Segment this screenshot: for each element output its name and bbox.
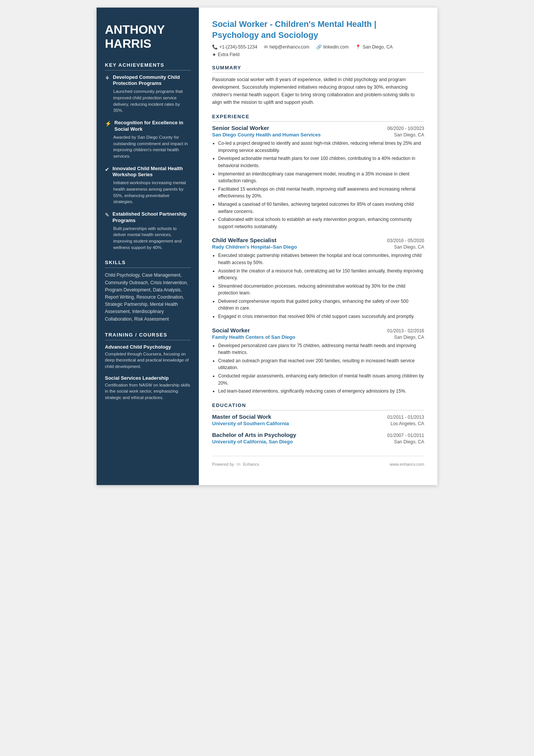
bullet: Conducted regular assessments, enhancing…	[218, 373, 424, 387]
achievement-icon-1: ⚘	[105, 75, 110, 81]
enhancv-logo-mark: ∞	[236, 461, 240, 468]
contact-row: 📞 +1-(234)-555-1234 ✉ help@enhancv.com 🔗…	[212, 44, 424, 50]
training-item-1: Advanced Child Psychology Completed thro…	[105, 344, 190, 370]
sidebar: ANTHONY HARRIS KEY ACHIEVEMENTS ⚘ Develo…	[97, 8, 199, 485]
exp-location-3: San Diego, CA	[394, 335, 424, 340]
edu-org-1: University of Southern California	[212, 421, 289, 426]
achievement-desc-1: Launched community programs that improve…	[105, 88, 190, 114]
bullet: Managed a caseload of 60 families, achie…	[218, 201, 424, 215]
bullet: Delivered comprehensive reports that gui…	[218, 298, 424, 312]
education-section-title: EDUCATION	[212, 402, 424, 410]
exp-bullets-2: Executed strategic partnership initiativ…	[212, 252, 424, 320]
bullet: Created an outreach program that reached…	[218, 357, 424, 371]
achievement-desc-4: Built partnerships with schools to deliv…	[105, 225, 190, 251]
training-desc-1: Completed through Coursera, focusing on …	[105, 351, 190, 370]
achievement-item: ⚘ Developed Community Child Protection P…	[105, 74, 190, 114]
achievements-list: ⚘ Developed Community Child Protection P…	[105, 74, 190, 251]
bullet: Developed actionable mental health plans…	[218, 155, 424, 169]
education-item-1: Master of Social Work 01/2011 - 01/2013 …	[212, 413, 424, 426]
achievement-item: ⚡ Recognition for Excellence in Social W…	[105, 120, 190, 159]
training-list: Advanced Child Psychology Completed thro…	[105, 344, 190, 401]
achievement-icon-2: ⚡	[105, 121, 111, 127]
exp-bullets-1: Co-led a project designed to identify an…	[212, 140, 424, 230]
bullet: Facilitated 15 workshops on child mental…	[218, 186, 424, 200]
training-desc-2: Certification from NASW on leadership sk…	[105, 382, 190, 401]
achievement-title-2: Recognition for Excellence in Social Wor…	[114, 120, 190, 133]
job-title: Social Worker - Children's Mental Health…	[212, 19, 424, 41]
exp-role-3: Social Worker	[212, 327, 250, 333]
brand-name: Enhancv	[243, 462, 259, 466]
achievement-icon-3: ✔	[105, 166, 109, 172]
experience-section-title: EXPERIENCE	[212, 114, 424, 122]
phone-icon: 📞	[212, 44, 218, 50]
extra-field-row: ★ Extra Field	[212, 52, 424, 57]
achievements-section-title: KEY ACHIEVEMENTS	[105, 62, 190, 70]
bullet: Led team-based interventions, significan…	[218, 388, 424, 395]
achievement-title-4: Established School Partnership Programs	[112, 211, 190, 224]
bullet: Executed strategic partnership initiativ…	[218, 252, 424, 266]
contact-email: ✉ help@enhancv.com	[264, 44, 309, 50]
edu-org-2: University of California, San Diego	[212, 439, 293, 445]
achievement-icon-4: ✎	[105, 212, 109, 218]
location-icon: 📍	[355, 44, 361, 50]
exp-dates-1: 06/2020 - 10/2023	[387, 126, 424, 131]
achievement-item: ✎ Established School Partnership Program…	[105, 211, 190, 250]
summary-section-title: SUMMARY	[212, 65, 424, 73]
summary-text: Passionate social worker with 8 years of…	[212, 76, 424, 106]
location-text: San Diego, CA	[362, 44, 392, 50]
edu-dates-1: 01/2011 - 01/2013	[387, 415, 424, 420]
exp-org-3: Family Health Centers of San Diego	[212, 334, 295, 340]
achievement-desc-2: Awarded by San Diego County for outstand…	[105, 134, 190, 160]
main-content: Social Worker - Children's Mental Health…	[199, 8, 437, 485]
contact-linkedin: 🔗 linkedin.com	[316, 44, 349, 50]
experience-item-1: Senior Social Worker 06/2020 - 10/2023 S…	[212, 125, 424, 230]
achievement-item: ✔ Innovated Child Mental Health Workshop…	[105, 166, 190, 205]
achievement-title-1: Developed Community Child Protection Pro…	[113, 74, 190, 87]
exp-location-2: San Diego, CA	[394, 244, 424, 250]
bullet: Streamlined documentation processes, red…	[218, 283, 424, 297]
edu-degree-1: Master of Social Work	[212, 413, 271, 420]
experience-item-3: Social Worker 01/2013 - 02/2016 Family H…	[212, 327, 424, 395]
achievement-desc-3: Initiated workshops increasing mental he…	[105, 180, 190, 205]
bullet: Collaborated with local schools to estab…	[218, 216, 424, 230]
email-icon: ✉	[264, 44, 268, 50]
candidate-name: ANTHONY HARRIS	[105, 23, 190, 51]
bullet: Implemented an interdisciplinary case ma…	[218, 171, 424, 185]
training-item-2: Social Services Leadership Certification…	[105, 375, 190, 401]
skills-section-title: SKILLS	[105, 260, 190, 268]
education-item-2: Bachelor of Arts in Psychology 01/2007 -…	[212, 432, 424, 445]
training-section-title: TRAINING / COURSES	[105, 332, 190, 340]
phone-text: +1-(234)-555-1234	[219, 44, 257, 50]
exp-location-1: San Diego, CA	[394, 132, 424, 138]
training-title-2: Social Services Leadership	[105, 375, 190, 381]
powered-by-text: Powered by	[212, 462, 234, 466]
exp-role-2: Child Welfare Specialist	[212, 237, 276, 243]
bullet: Assisted in the creation of a resource h…	[218, 268, 424, 282]
extra-field-text: Extra Field	[218, 52, 239, 57]
training-title-1: Advanced Child Psychology	[105, 344, 190, 350]
exp-org-2: Rady Children's Hospital–San Diego	[212, 244, 297, 250]
edu-dates-2: 01/2007 - 01/2011	[387, 433, 424, 438]
achievement-title-3: Innovated Child Mental Health Workshop S…	[112, 166, 190, 178]
experience-item-2: Child Welfare Specialist 03/2016 - 05/20…	[212, 237, 424, 320]
footer-website: www.enhancv.com	[390, 462, 424, 466]
skills-text: Child Psychology, Case Management, Commu…	[105, 272, 190, 322]
edu-location-1: Los Angeles, CA	[390, 421, 424, 426]
star-icon: ★	[212, 52, 216, 57]
contact-phone: 📞 +1-(234)-555-1234	[212, 44, 257, 50]
exp-org-1: San Diego County Health and Human Servic…	[212, 132, 321, 138]
bullet: Developed personalized care plans for 75…	[218, 342, 424, 356]
bullet: Co-led a project designed to identify an…	[218, 140, 424, 154]
resume-footer: Powered by ∞ Enhancv www.enhancv.com	[212, 456, 424, 468]
exp-role-1: Senior Social Worker	[212, 125, 269, 131]
linkedin-text: linkedin.com	[323, 44, 349, 50]
contact-location: 📍 San Diego, CA	[355, 44, 392, 50]
exp-bullets-3: Developed personalized care plans for 75…	[212, 342, 424, 395]
exp-dates-3: 01/2013 - 02/2016	[387, 328, 424, 333]
footer-powered-by: Powered by ∞ Enhancv	[212, 461, 259, 468]
edu-degree-2: Bachelor of Arts in Psychology	[212, 432, 296, 438]
email-text: help@enhancv.com	[269, 44, 309, 50]
edu-location-2: San Diego, CA	[394, 439, 424, 445]
exp-dates-2: 03/2016 - 05/2020	[387, 238, 424, 243]
linkedin-icon: 🔗	[316, 44, 322, 50]
